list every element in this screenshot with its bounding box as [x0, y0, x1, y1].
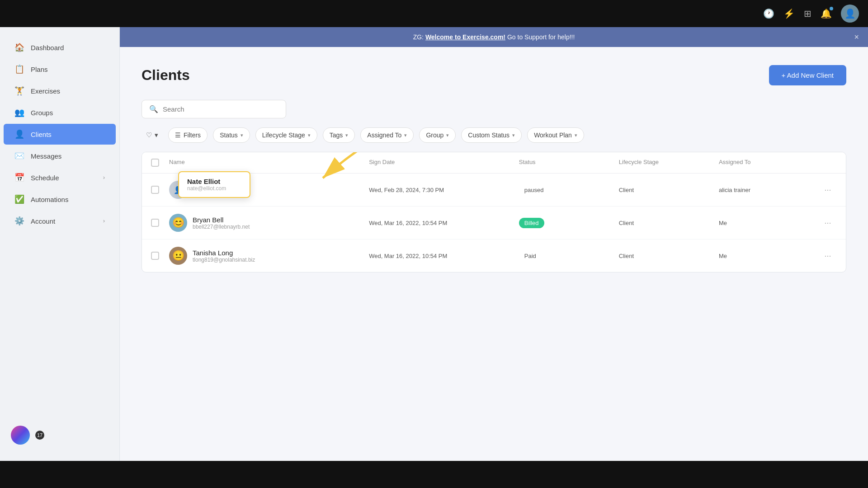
notification-badge: 17 — [35, 431, 44, 440]
avatar-icon-bryan: 😊 — [172, 217, 184, 229]
sidebar-label-clients: Clients — [31, 131, 52, 138]
sidebar-item-plans[interactable]: 📋 Plans — [4, 59, 116, 80]
chevron-down-icon: ▾ — [155, 131, 158, 139]
sidebar-label-exercises: Exercises — [31, 87, 60, 95]
row-checkbox-nate[interactable] — [151, 186, 169, 194]
custom-status-filter-label: Custom Status — [468, 131, 509, 139]
header-checkbox[interactable] — [151, 159, 159, 167]
account-icon: ⚙️ — [14, 216, 24, 226]
tooltip-email: nate@elliot.com — [187, 185, 241, 192]
sign-date-nate: Wed, Feb 28, 2024, 7:30 PM — [369, 187, 519, 193]
col-sign-date: Sign Date — [369, 159, 519, 167]
status-filter[interactable]: Status ▾ — [213, 127, 250, 143]
lightning-icon[interactable]: ⚡ — [783, 8, 795, 19]
bell-icon[interactable]: 🔔 — [821, 8, 832, 19]
search-container: 🔍 — [142, 100, 286, 118]
messages-icon: ✉️ — [14, 151, 24, 161]
status-badge-nate: paused — [519, 185, 549, 195]
chevron-down-icon-assigned: ▾ — [404, 132, 407, 138]
sidebar-label-automations: Automations — [31, 196, 68, 203]
sidebar-item-dashboard[interactable]: 🏠 Dashboard — [4, 37, 116, 58]
sidebar-nav: 🏠 Dashboard 📋 Plans 🏋️ Exercises 👥 Group… — [0, 36, 119, 418]
app-logo[interactable] — [11, 426, 30, 445]
status-badge-tanisha: Paid — [519, 251, 542, 261]
table-header: Name Sign Date Status Lifecycle Stage As… — [142, 152, 846, 174]
bottom-bar — [0, 461, 868, 488]
workout-plan-filter-label: Workout Plan — [534, 131, 572, 139]
sidebar-label-account: Account — [31, 217, 55, 225]
grid-icon[interactable]: ⊞ — [804, 8, 811, 19]
clock-icon[interactable]: 🕐 — [763, 8, 774, 19]
assigned-bryan: Me — [719, 220, 819, 226]
col-actions — [819, 159, 837, 167]
top-bar-icons: 🕐 ⚡ ⊞ 🔔 👤 — [763, 5, 859, 23]
page-header: Clients + Add New Client — [142, 65, 846, 85]
lifecycle-bryan: Client — [619, 220, 719, 226]
search-input[interactable] — [163, 105, 278, 113]
more-options-bryan[interactable]: ··· — [819, 218, 837, 228]
user-avatar[interactable]: 👤 — [841, 5, 859, 23]
add-new-client-button[interactable]: + Add New Client — [769, 65, 846, 85]
chevron-down-icon-lifecycle: ▾ — [308, 132, 311, 138]
top-bar: 🕐 ⚡ ⊞ 🔔 👤 — [0, 0, 868, 27]
checkbox-nate[interactable] — [151, 186, 159, 194]
custom-status-filter[interactable]: Custom Status ▾ — [461, 127, 522, 143]
banner-prefix: ZG: — [413, 33, 424, 41]
col-name: Name — [169, 159, 369, 167]
row-checkbox-tanisha[interactable] — [151, 252, 169, 260]
table-row[interactable]: 👤 Nate Elliot nate@elliot.com Wed, Feb 2… — [142, 174, 846, 206]
banner-close-button[interactable]: × — [854, 33, 859, 42]
status-filter-label: Status — [220, 131, 238, 139]
sidebar-item-messages[interactable]: ✉️ Messages — [4, 145, 116, 166]
status-cell-tanisha: Paid — [519, 251, 619, 261]
favorites-filter[interactable]: ♡ ▾ — [142, 127, 163, 143]
row-checkbox-bryan[interactable] — [151, 219, 169, 227]
sidebar-item-clients[interactable]: 👤 Clients — [4, 124, 116, 145]
filters-button[interactable]: ☰ Filters — [168, 127, 208, 143]
checkbox-bryan[interactable] — [151, 219, 159, 227]
group-filter-label: Group — [426, 131, 443, 139]
lifecycle-tanisha: Client — [619, 253, 719, 259]
status-cell-bryan: Billed — [519, 218, 619, 228]
more-options-nate[interactable]: ··· — [819, 185, 837, 195]
sidebar-item-exercises[interactable]: 🏋️ Exercises — [4, 80, 116, 101]
assigned-tanisha: Me — [719, 253, 819, 259]
avatar-bryan: 😊 — [169, 214, 187, 232]
sidebar-label-groups: Groups — [31, 109, 53, 117]
sidebar-item-account[interactable]: ⚙️ Account › — [4, 211, 116, 231]
select-all-checkbox[interactable] — [151, 159, 169, 167]
client-details-bryan: Bryan Bell bbell227@llebnayrb.net — [193, 216, 250, 230]
clients-icon: 👤 — [14, 129, 24, 139]
table-row[interactable]: 😊 Bryan Bell bbell227@llebnayrb.net Wed,… — [142, 206, 846, 239]
nate-tooltip: Nate Elliot nate@elliot.com — [178, 171, 250, 198]
client-email-bryan: bbell227@llebnayrb.net — [193, 224, 250, 230]
main-layout: 🏠 Dashboard 📋 Plans 🏋️ Exercises 👥 Group… — [0, 27, 868, 461]
main-content: ZG: Welcome to Exercise.com! Go to Suppo… — [120, 27, 868, 461]
chevron-right-icon-account: › — [103, 218, 105, 224]
banner-link[interactable]: Welcome to Exercise.com! — [425, 33, 505, 41]
checkbox-tanisha[interactable] — [151, 252, 159, 260]
sidebar-item-groups[interactable]: 👥 Groups — [4, 102, 116, 123]
groups-icon: 👥 — [14, 108, 24, 117]
more-options-tanisha[interactable]: ··· — [819, 251, 837, 261]
sidebar-label-plans: Plans — [31, 66, 48, 73]
table-row[interactable]: 😐 Tanisha Long tlong819@gnolahsinat.biz … — [142, 239, 846, 272]
workout-plan-filter[interactable]: Workout Plan ▾ — [527, 127, 584, 143]
col-status: Status — [519, 159, 619, 167]
filters-label: Filters — [184, 131, 201, 139]
status-cell-nate: paused — [519, 185, 619, 195]
status-badge-bryan: Billed — [519, 218, 544, 228]
client-info-tanisha: 😐 Tanisha Long tlong819@gnolahsinat.biz — [169, 247, 369, 265]
tags-filter[interactable]: Tags ▾ — [323, 127, 355, 143]
client-name-bryan: Bryan Bell — [193, 216, 250, 224]
sidebar-item-schedule[interactable]: 📅 Schedule › — [4, 167, 116, 188]
sidebar-label-dashboard: Dashboard — [31, 44, 64, 52]
sidebar-item-automations[interactable]: ✅ Automations — [4, 189, 116, 210]
chevron-down-icon-custom-status: ▾ — [512, 132, 515, 138]
group-filter[interactable]: Group ▾ — [419, 127, 456, 143]
clients-table: Name Sign Date Status Lifecycle Stage As… — [142, 152, 846, 272]
lifecycle-filter[interactable]: Lifecycle Stage ▾ — [255, 127, 317, 143]
tooltip-name: Nate Elliot — [187, 178, 241, 185]
assigned-filter[interactable]: Assigned To ▾ — [360, 127, 414, 143]
sidebar-label-schedule: Schedule — [31, 174, 59, 182]
